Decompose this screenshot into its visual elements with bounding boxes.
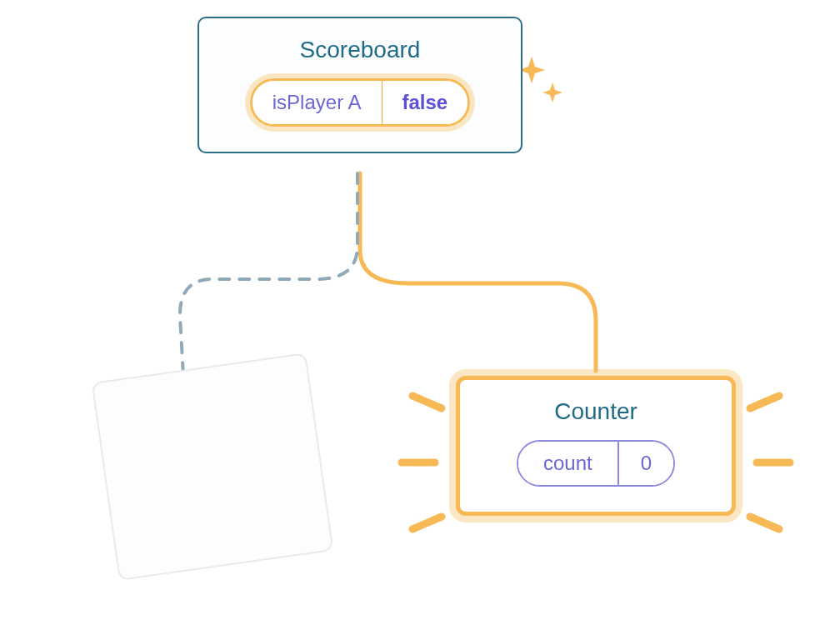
svg-line-3 bbox=[412, 396, 442, 408]
prop-key: isPlayer A bbox=[252, 81, 382, 124]
state-value: 0 bbox=[618, 442, 673, 485]
connector-dashed bbox=[180, 173, 358, 375]
svg-line-0 bbox=[750, 396, 779, 408]
scoreboard-title: Scoreboard bbox=[222, 37, 498, 63]
counter-node-wrapper: Counter count 0 bbox=[456, 376, 736, 516]
connector-solid bbox=[360, 173, 596, 371]
state-key: count bbox=[518, 442, 618, 485]
counter-title: Counter bbox=[483, 398, 708, 425]
ghost-node bbox=[92, 352, 334, 581]
emphasis-rays-right bbox=[750, 396, 790, 529]
scoreboard-node: Scoreboard isPlayer A false bbox=[198, 17, 522, 153]
diagram-canvas: Scoreboard isPlayer A false Counter coun… bbox=[0, 0, 840, 625]
state-pill: count 0 bbox=[517, 440, 675, 487]
sparkles-icon bbox=[518, 57, 562, 102]
prop-value: false bbox=[382, 81, 468, 124]
counter-node: Counter count 0 bbox=[456, 376, 736, 516]
svg-line-5 bbox=[412, 517, 442, 529]
prop-pill: isPlayer A false bbox=[250, 78, 470, 127]
emphasis-rays-left bbox=[402, 396, 442, 529]
svg-line-2 bbox=[750, 517, 779, 529]
